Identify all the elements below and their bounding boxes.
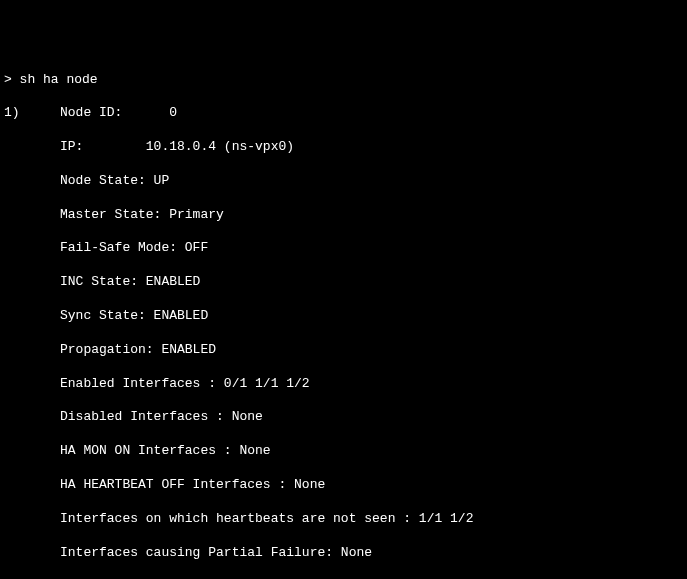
enabled-if-line: Enabled Interfaces : 0/1 1/1 1/2 <box>4 376 683 393</box>
node-marker: 1) <box>4 105 60 122</box>
ip-line: IP: 10.18.0.4 (ns-vpx0) <box>4 139 683 156</box>
node-entry: 1)Node ID: 0 <box>4 105 683 122</box>
propagation-line: Propagation: ENABLED <box>4 342 683 359</box>
no-hb-line: Interfaces on which heartbeats are not s… <box>4 511 683 528</box>
node-state-line: Node State: UP <box>4 173 683 190</box>
node-id-line: Node ID: 0 <box>60 105 177 120</box>
master-state-line: Master State: Primary <box>4 207 683 224</box>
partial-fail-line: Interfaces causing Partial Failure: None <box>4 545 683 562</box>
inc-state-line: INC State: ENABLED <box>4 274 683 291</box>
command-prompt: > sh ha node <box>4 72 683 89</box>
disabled-if-line: Disabled Interfaces : None <box>4 409 683 426</box>
fail-safe-line: Fail-Safe Mode: OFF <box>4 240 683 257</box>
ha-mon-on-line: HA MON ON Interfaces : None <box>4 443 683 460</box>
sync-state-line: Sync State: ENABLED <box>4 308 683 325</box>
ha-hb-off-line: HA HEARTBEAT OFF Interfaces : None <box>4 477 683 494</box>
